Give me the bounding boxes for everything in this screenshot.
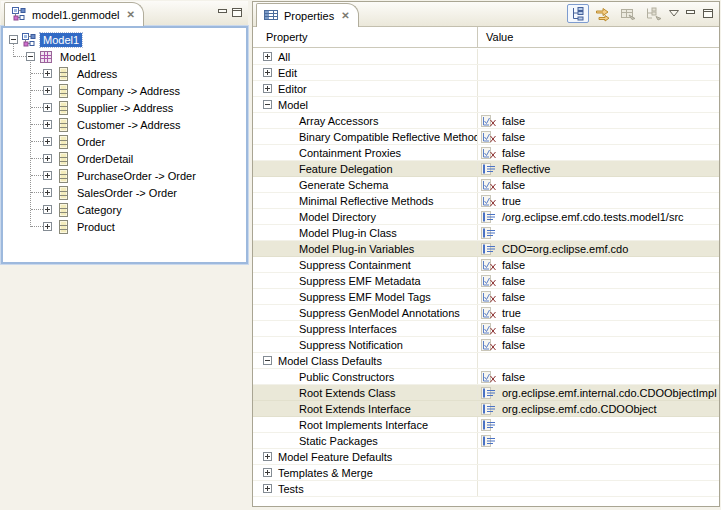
- property-row[interactable]: Model Feature Defaults: [253, 449, 719, 465]
- property-row[interactable]: Containment Proxies false: [253, 145, 719, 161]
- property-row[interactable]: Feature Delegation Reflective: [253, 161, 719, 177]
- expand-toggle-icon[interactable]: [43, 69, 52, 78]
- minimize-icon[interactable]: [684, 4, 698, 23]
- property-row[interactable]: Array Accessors false: [253, 113, 719, 129]
- property-row[interactable]: Model Directory /org.eclipse.emf.cdo.tes…: [253, 209, 719, 225]
- property-row[interactable]: Edit: [253, 65, 719, 81]
- tree-item[interactable]: Order: [3, 133, 246, 150]
- expand-toggle-icon[interactable]: [43, 222, 52, 231]
- tree-item[interactable]: Model1: [3, 31, 246, 48]
- expand-toggle-icon[interactable]: [263, 356, 272, 365]
- properties-tab[interactable]: Properties ✕: [256, 3, 359, 27]
- tree-item[interactable]: Address: [3, 65, 246, 82]
- expand-toggle-icon[interactable]: [43, 171, 52, 180]
- maximize-icon[interactable]: [232, 7, 242, 19]
- tree-item[interactable]: Product: [3, 218, 246, 235]
- tree-item[interactable]: OrderDetail: [3, 150, 246, 167]
- property-value-cell[interactable]: [477, 49, 719, 64]
- property-row[interactable]: Minimal Reflective Methods true: [253, 193, 719, 209]
- tree-item[interactable]: PurchaseOrder -> Order: [3, 167, 246, 184]
- property-row[interactable]: Model Plug-in Class: [253, 225, 719, 241]
- expand-toggle-icon[interactable]: [263, 52, 272, 61]
- expand-toggle-icon[interactable]: [43, 86, 52, 95]
- property-row[interactable]: Tests: [253, 481, 719, 497]
- property-value-cell[interactable]: false: [477, 129, 719, 144]
- close-icon[interactable]: ✕: [126, 9, 134, 20]
- property-value-cell[interactable]: [477, 225, 719, 240]
- show-categories-icon[interactable]: [567, 4, 589, 23]
- property-value-cell[interactable]: false: [477, 369, 719, 384]
- tree-item[interactable]: Category: [3, 201, 246, 218]
- property-value-cell[interactable]: org.eclipse.emf.internal.cdo.CDOObjectIm…: [477, 385, 719, 400]
- expand-toggle-icon[interactable]: [263, 468, 272, 477]
- property-value-cell[interactable]: false: [477, 177, 719, 192]
- property-value-cell[interactable]: false: [477, 337, 719, 352]
- expand-toggle-icon[interactable]: [263, 68, 272, 77]
- property-row[interactable]: Editor: [253, 81, 719, 97]
- property-value-cell[interactable]: false: [477, 289, 719, 304]
- expand-toggle-icon[interactable]: [263, 100, 272, 109]
- property-row[interactable]: Suppress Notification false: [253, 337, 719, 353]
- property-value-cell[interactable]: true: [477, 193, 719, 208]
- property-value-cell[interactable]: false: [477, 257, 719, 272]
- property-value-cell[interactable]: false: [477, 273, 719, 288]
- property-row[interactable]: Root Extends Class org.eclipse.emf.inter…: [253, 385, 719, 401]
- property-row[interactable]: Templates & Merge: [253, 465, 719, 481]
- property-row[interactable]: Suppress Interfaces false: [253, 321, 719, 337]
- property-row[interactable]: Suppress EMF Metadata false: [253, 273, 719, 289]
- property-value-cell[interactable]: org.eclipse.emf.cdo.CDOObject: [477, 401, 719, 416]
- expand-toggle-icon[interactable]: [26, 52, 35, 61]
- property-row[interactable]: All: [253, 49, 719, 65]
- property-value-cell[interactable]: false: [477, 113, 719, 128]
- restore-default-value-icon[interactable]: [617, 4, 639, 23]
- property-row[interactable]: Model Plug-in Variables CDO=org.eclipse.…: [253, 241, 719, 257]
- show-advanced-properties-icon[interactable]: [592, 4, 614, 23]
- property-value-cell[interactable]: [477, 449, 719, 464]
- property-value-cell[interactable]: [477, 97, 719, 112]
- tree-item[interactable]: Company -> Address: [3, 82, 246, 99]
- property-value-cell[interactable]: Reflective: [477, 161, 719, 176]
- property-value-cell[interactable]: [477, 433, 719, 448]
- expand-toggle-icon[interactable]: [43, 205, 52, 214]
- expand-toggle-icon[interactable]: [43, 188, 52, 197]
- property-value-cell[interactable]: false: [477, 145, 719, 160]
- property-row[interactable]: Binary Compatible Reflective Methods fal…: [253, 129, 719, 145]
- property-value-cell[interactable]: [477, 465, 719, 480]
- editor-tab-model1-genmodel[interactable]: model1.genmodel ✕: [4, 2, 144, 26]
- property-row[interactable]: Suppress EMF Model Tags false: [253, 289, 719, 305]
- expand-toggle-icon[interactable]: [43, 103, 52, 112]
- expand-toggle-icon[interactable]: [43, 120, 52, 129]
- property-value-cell[interactable]: [477, 481, 719, 496]
- close-icon[interactable]: ✕: [341, 10, 349, 21]
- property-value-cell[interactable]: [477, 417, 719, 432]
- property-value-cell[interactable]: false: [477, 321, 719, 336]
- property-value-cell[interactable]: [477, 81, 719, 96]
- expand-toggle-icon[interactable]: [263, 484, 272, 493]
- property-row[interactable]: Model Class Defaults: [253, 353, 719, 369]
- column-header-value[interactable]: Value: [477, 27, 719, 47]
- tree-item[interactable]: Supplier -> Address: [3, 99, 246, 116]
- property-row[interactable]: Public Constructors false: [253, 369, 719, 385]
- property-value-cell[interactable]: /org.eclipse.emf.cdo.tests.model1/src: [477, 209, 719, 224]
- view-menu-icon[interactable]: [667, 4, 681, 23]
- property-row[interactable]: Root Implements Interface: [253, 417, 719, 433]
- expand-toggle-icon[interactable]: [43, 137, 52, 146]
- property-value-cell[interactable]: CDO=org.eclipse.emf.cdo: [477, 241, 719, 256]
- minimize-icon[interactable]: [218, 7, 228, 19]
- property-row[interactable]: Suppress GenModel Annotations true: [253, 305, 719, 321]
- tree-item[interactable]: SalesOrder -> Order: [3, 184, 246, 201]
- tree-item[interactable]: Customer -> Address: [3, 116, 246, 133]
- expand-toggle-icon[interactable]: [43, 154, 52, 163]
- maximize-icon[interactable]: [701, 4, 715, 23]
- property-row[interactable]: Model: [253, 97, 719, 113]
- property-value-cell[interactable]: true: [477, 305, 719, 320]
- property-row[interactable]: Suppress Containment false: [253, 257, 719, 273]
- property-row[interactable]: Static Packages: [253, 433, 719, 449]
- pin-to-selection-icon[interactable]: [642, 4, 664, 23]
- tree-item[interactable]: Model1: [3, 48, 246, 65]
- property-row[interactable]: Generate Schema false: [253, 177, 719, 193]
- property-row[interactable]: Root Extends Interface org.eclipse.emf.c…: [253, 401, 719, 417]
- property-value-cell[interactable]: [477, 65, 719, 80]
- property-value-cell[interactable]: [477, 353, 719, 368]
- expand-toggle-icon[interactable]: [263, 84, 272, 93]
